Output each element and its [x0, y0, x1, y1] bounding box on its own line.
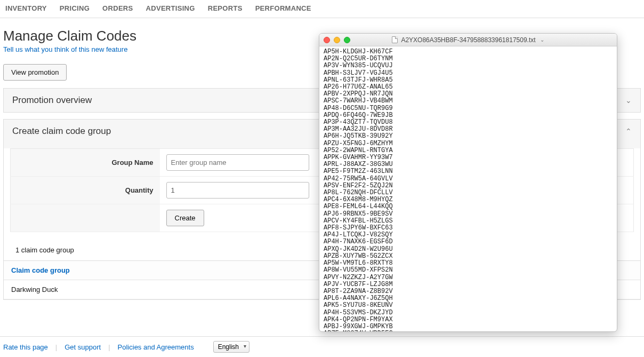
- nav-advertising[interactable]: ADVERTISING: [146, 4, 195, 12]
- promotion-overview-title: Promotion overview: [12, 95, 92, 106]
- create-button[interactable]: Create: [166, 210, 204, 226]
- footer-divider: |: [55, 343, 57, 351]
- footer-divider: |: [108, 343, 110, 351]
- chevron-up-icon: ⌃: [625, 127, 632, 136]
- chevron-down-icon: ⌄: [625, 96, 632, 105]
- window-titlebar[interactable]: A2YXO86A35HB8F-3479588833961817509.txt ⌄: [319, 34, 617, 46]
- nav-reports[interactable]: REPORTS: [208, 4, 243, 12]
- nav-orders[interactable]: ORDERS: [102, 4, 133, 12]
- get-support-link[interactable]: Get support: [65, 343, 101, 351]
- cell-group: Darkwing Duck: [4, 280, 217, 299]
- create-claim-code-title: Create claim code group: [12, 126, 111, 137]
- nav-inventory[interactable]: INVENTORY: [5, 4, 47, 12]
- window-zoom-button[interactable]: [344, 37, 350, 43]
- group-name-input[interactable]: [166, 154, 309, 171]
- file-contents[interactable]: AP5H-KLDGHJ-KH67CF AP2N-Q2C5UR-D6TYNM AP…: [319, 46, 617, 331]
- top-nav: INVENTORY PRICING ORDERS ADVERTISING REP…: [0, 0, 644, 18]
- text-file-window[interactable]: A2YXO86A35HB8F-3479588833961817509.txt ⌄…: [319, 33, 617, 332]
- rate-page-link[interactable]: Rate this page: [3, 343, 48, 351]
- document-icon: [392, 36, 398, 43]
- window-close-button[interactable]: [324, 37, 330, 43]
- policies-link[interactable]: Policies and Agreements: [118, 343, 194, 351]
- feedback-link[interactable]: Tell us what you think of this new featu…: [3, 45, 127, 53]
- traffic-lights: [324, 37, 350, 43]
- window-filename: A2YXO86A35HB8F-3479588833961817509.txt: [401, 36, 535, 44]
- view-promotion-button[interactable]: View promotion: [3, 64, 67, 81]
- group-name-label: Group Name: [11, 149, 160, 177]
- quantity-label: Quantity: [11, 177, 160, 204]
- nav-performance[interactable]: PERFORMANCE: [255, 4, 311, 12]
- window-minimize-button[interactable]: [334, 37, 340, 43]
- nav-pricing[interactable]: PRICING: [60, 4, 90, 12]
- title-chevron-icon: ⌄: [540, 37, 544, 43]
- footer-bar: Rate this page | Get support | Policies …: [0, 336, 644, 357]
- create-row-spacer: [11, 204, 160, 232]
- col-claim-code-group[interactable]: Claim code group: [4, 261, 217, 280]
- language-select[interactable]: English: [213, 341, 249, 353]
- quantity-input[interactable]: [166, 182, 309, 199]
